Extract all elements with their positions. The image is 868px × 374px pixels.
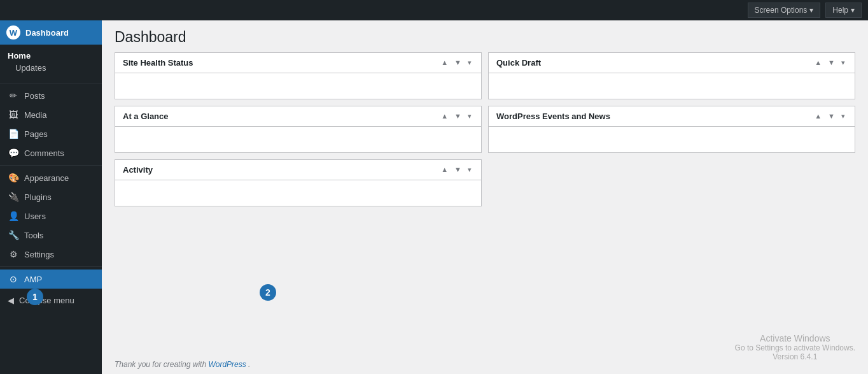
widget-collapse-up-btn[interactable]: ▲ <box>439 111 450 121</box>
wordpress-link[interactable]: WordPress <box>208 360 246 369</box>
widget-activity-header: Activity ▲ ▼ ▾ <box>115 160 481 180</box>
widget-collapse-up-btn[interactable]: ▲ <box>813 111 823 121</box>
comments-icon: 💬 <box>8 148 19 158</box>
pages-icon: 📄 <box>8 129 19 139</box>
widget-toggle-btn[interactable]: ▾ <box>466 58 473 68</box>
widget-at-a-glance-body <box>115 127 481 152</box>
sidebar-item-label: Comments <box>24 148 64 158</box>
widget-toggle-btn[interactable]: ▾ <box>839 58 847 68</box>
widget-at-a-glance-controls: ▲ ▼ ▾ <box>439 111 473 121</box>
widget-toggle-btn[interactable]: ▾ <box>466 165 473 175</box>
collapse-label: Collapse menu <box>19 296 74 305</box>
annotation-2: 2 <box>260 284 276 301</box>
widget-collapse-up-btn[interactable]: ▲ <box>439 165 450 175</box>
widget-activity-title: Activity <box>123 165 153 175</box>
settings-icon: ⚙ <box>8 249 19 259</box>
widget-at-a-glance: At a Glance ▲ ▼ ▾ <box>115 106 482 153</box>
sidebar-item-label: Tools <box>24 231 43 240</box>
widget-quick-draft: Quick Draft ▲ ▼ ▾ <box>488 52 855 99</box>
sidebar-item-home[interactable]: Home <box>0 47 102 62</box>
sidebar-item-comments[interactable]: 💬 Comments <box>0 143 102 162</box>
help-button[interactable]: Help ▾ <box>825 3 862 18</box>
sidebar: W Dashboard Home Updates ✏ Posts 🖼 Media… <box>0 20 102 374</box>
page-title-bar: Dashboard <box>102 20 868 52</box>
sidebar-divider-1 <box>0 83 102 83</box>
sidebar-item-label: Settings <box>24 250 54 259</box>
posts-icon: ✏ <box>8 90 19 101</box>
widget-wp-events-title: WordPress Events and News <box>496 111 610 121</box>
widget-at-a-glance-header: At a Glance ▲ ▼ ▾ <box>115 106 481 127</box>
sidebar-item-plugins[interactable]: 🔌 Plugins <box>0 187 102 206</box>
widget-site-health-body <box>115 73 481 99</box>
sidebar-item-media[interactable]: 🖼 Media <box>0 105 102 124</box>
dashboard-label: Dashboard <box>25 28 69 38</box>
sidebar-item-settings[interactable]: ⚙ Settings <box>0 245 102 264</box>
widget-site-health-header: Site Health Status ▲ ▼ ▾ <box>115 53 481 73</box>
widget-collapse-up-btn[interactable]: ▲ <box>813 58 823 68</box>
widget-toggle-btn[interactable]: ▾ <box>466 111 473 121</box>
widget-toggle-btn[interactable]: ▾ <box>839 111 847 121</box>
sidebar-divider-2 <box>0 165 102 166</box>
media-icon: 🖼 <box>8 110 19 120</box>
widget-quick-draft-controls: ▲ ▼ ▾ <box>813 58 847 68</box>
sidebar-item-appearance[interactable]: 🎨 Appearance <box>0 168 102 187</box>
sidebar-item-label: Media <box>24 110 46 120</box>
widget-wp-events: WordPress Events and News ▲ ▼ ▾ <box>488 106 855 153</box>
activate-windows-sub: Go to Settings to activate Windows. <box>735 343 855 352</box>
widget-activity: Activity ▲ ▼ ▾ <box>115 159 482 206</box>
sidebar-dashboard-header[interactable]: W Dashboard <box>0 20 102 45</box>
sidebar-item-posts[interactable]: ✏ Posts <box>0 86 102 105</box>
appearance-icon: 🎨 <box>8 173 19 183</box>
widget-activity-body <box>115 180 481 206</box>
main-content: Dashboard Site Health Status ▲ ▼ ▾ <box>102 20 868 374</box>
amp-icon: ⊙ <box>8 274 19 284</box>
sidebar-item-updates[interactable]: Updates <box>0 62 102 78</box>
version-number: Version 6.4.1 <box>735 352 855 361</box>
sidebar-divider-3 <box>0 266 102 267</box>
sidebar-item-label: Pages <box>24 129 48 139</box>
widget-activity-controls: ▲ ▼ ▾ <box>439 165 473 175</box>
widget-site-health-controls: ▲ ▼ ▾ <box>439 58 473 68</box>
widget-collapse-down-btn[interactable]: ▼ <box>826 58 837 68</box>
sidebar-item-amp[interactable]: ⊙ AMP <box>0 270 102 289</box>
sidebar-item-label: AMP <box>24 275 42 284</box>
sidebar-item-label: Appearance <box>24 173 69 183</box>
widget-quick-draft-body <box>489 73 855 99</box>
users-icon: 👤 <box>8 211 19 221</box>
page-title: Dashboard <box>115 28 855 47</box>
widget-quick-draft-header: Quick Draft ▲ ▼ ▾ <box>489 53 855 73</box>
layout: W Dashboard Home Updates ✏ Posts 🖼 Media… <box>0 20 868 374</box>
widget-site-health: Site Health Status ▲ ▼ ▾ <box>115 52 482 99</box>
sidebar-item-label: Posts <box>24 91 45 101</box>
sidebar-item-users[interactable]: 👤 Users <box>0 206 102 226</box>
home-section: Home Updates <box>0 45 102 80</box>
sidebar-item-label: Plugins <box>24 192 52 202</box>
widgets-area: Site Health Status ▲ ▼ ▾ Quick Draft ▲ ▼ <box>102 52 868 219</box>
activate-windows-title: Activate Windows <box>735 333 855 343</box>
widget-at-a-glance-title: At a Glance <box>123 111 169 121</box>
sidebar-item-pages[interactable]: 📄 Pages <box>0 124 102 143</box>
screen-options-button[interactable]: Screen Options ▾ <box>748 3 821 18</box>
widget-collapse-up-btn[interactable]: ▲ <box>439 58 450 68</box>
tools-icon: 🔧 <box>8 230 19 240</box>
version-watermark: Activate Windows Go to Settings to activ… <box>735 333 855 361</box>
collapse-menu-button[interactable]: ◀ Collapse menu <box>0 291 102 310</box>
sidebar-item-label: Users <box>24 212 46 221</box>
widget-wp-events-controls: ▲ ▼ ▾ <box>813 111 847 121</box>
widget-site-health-title: Site Health Status <box>123 58 193 68</box>
widget-collapse-down-btn[interactable]: ▼ <box>826 111 837 121</box>
plugins-icon: 🔌 <box>8 192 19 202</box>
wp-logo-icon: W <box>6 25 20 40</box>
widget-quick-draft-title: Quick Draft <box>496 58 541 68</box>
widget-collapse-down-btn[interactable]: ▼ <box>452 58 463 68</box>
sidebar-item-tools[interactable]: 🔧 Tools <box>0 226 102 245</box>
widget-collapse-down-btn[interactable]: ▼ <box>452 111 463 121</box>
widget-wp-events-header: WordPress Events and News ▲ ▼ ▾ <box>489 106 855 127</box>
widget-collapse-down-btn[interactable]: ▼ <box>452 165 463 175</box>
admin-bar: Screen Options ▾ Help ▾ <box>0 0 868 20</box>
sidebar-nav: ✏ Posts 🖼 Media 📄 Pages 💬 Comments 🎨 App… <box>0 86 102 289</box>
collapse-icon: ◀ <box>8 296 14 305</box>
widget-wp-events-body <box>489 127 855 152</box>
